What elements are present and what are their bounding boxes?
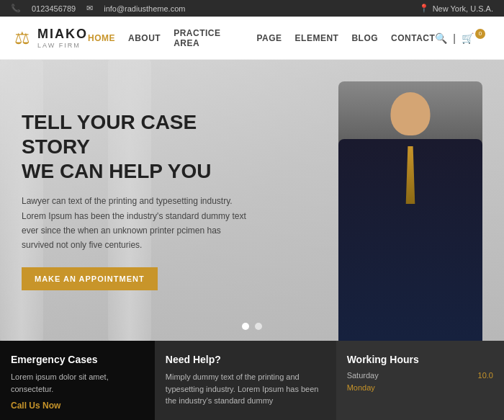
logo: ⚖ MIAKO LAW FIRM: [14, 27, 88, 49]
slider-dots: [242, 323, 262, 330]
emergency-title: Emergency Cases: [11, 354, 144, 365]
monday-label: Monday: [347, 383, 375, 392]
working-row-saturday: Saturday 10.0: [347, 371, 493, 380]
phone-link[interactable]: 0123456789: [32, 4, 76, 13]
nav-home[interactable]: HOME: [88, 33, 115, 43]
lawyer-head: [391, 92, 431, 135]
nav-page[interactable]: PAGE: [256, 33, 282, 43]
header: ⚖ MIAKO LAW FIRM HOME ABOUT PRACTICE ARE…: [0, 17, 504, 60]
nav-blog[interactable]: BLOG: [351, 33, 378, 43]
lawyer-suit: [338, 139, 482, 341]
working-hours-section: Working Hours Saturday 10.0 Monday: [336, 341, 504, 420]
lawyer-figure: [338, 81, 482, 341]
working-hours-title: Working Hours: [347, 354, 493, 365]
slider-dot-1[interactable]: [242, 323, 249, 330]
logo-sub: LAW FIRM: [37, 42, 88, 49]
nav-icons: 🔍 | 🛒 0: [435, 32, 490, 44]
main-nav: HOME ABOUT PRACTICE AREA PAGE ELEMENT BL…: [88, 28, 435, 48]
nav-element[interactable]: ELEMENT: [295, 33, 339, 43]
slider-dot-2[interactable]: [255, 323, 262, 330]
divider: |: [453, 32, 456, 44]
hero-title: TELL YOUR CASE STORY WE CAN HELP YOU: [22, 110, 252, 183]
phone-icon: 📞: [11, 4, 21, 13]
bottom-sections: Emergency Cases Lorem ipsum dolor sit am…: [0, 341, 504, 420]
hero-title-line1: TELL YOUR CASE STORY: [22, 111, 197, 158]
hero-title-line2: WE CAN HELP YOU: [22, 160, 211, 182]
logo-icon: ⚖: [14, 28, 30, 48]
call-us-label[interactable]: Call Us Now: [11, 401, 144, 411]
top-bar: 📞 0123456789 ✉ info@radiustheme.com 📍 Ne…: [0, 0, 504, 17]
email-icon: ✉: [86, 4, 93, 13]
logo-text: MIAKO LAW FIRM: [37, 27, 88, 49]
hero-content: TELL YOUR CASE STORY WE CAN HELP YOU Law…: [0, 81, 274, 318]
nav-contact[interactable]: CONTACT: [391, 33, 435, 43]
search-icon[interactable]: 🔍: [435, 32, 447, 44]
location-text: New York, U.S.A.: [433, 4, 493, 13]
cart-badge: 0: [475, 29, 485, 39]
saturday-hours: 10.0: [478, 371, 493, 380]
hero-image: [338, 81, 482, 341]
nav-about[interactable]: ABOUT: [128, 33, 161, 43]
need-help-text: Mimply dummy text of the printing and ty…: [166, 371, 325, 407]
location-icon: 📍: [419, 4, 429, 13]
hero-section: TELL YOUR CASE STORY WE CAN HELP YOU Law…: [0, 60, 504, 341]
nav-practice[interactable]: PRACTICE AREA: [174, 28, 243, 48]
lawyer-tie: [404, 146, 417, 204]
emergency-text: Lorem ipsum dolor sit amet, consectetur.: [11, 371, 144, 395]
logo-name: MIAKO: [37, 27, 88, 42]
working-row-monday: Monday: [347, 383, 493, 392]
top-bar-left: 📞 0123456789 ✉ info@radiustheme.com: [11, 4, 185, 13]
need-help-section: Need Help? Mimply dummy text of the prin…: [155, 341, 336, 420]
emergency-section: Emergency Cases Lorem ipsum dolor sit am…: [0, 341, 155, 420]
top-bar-right: 📍 New York, U.S.A.: [419, 4, 493, 13]
email-link[interactable]: info@radiustheme.com: [104, 4, 185, 13]
need-help-title: Need Help?: [166, 354, 325, 365]
appointment-button[interactable]: MAKE AN APPOINTMENT: [22, 267, 158, 290]
saturday-label: Saturday: [347, 371, 379, 380]
cart-icon[interactable]: 🛒: [462, 32, 474, 44]
hero-description: Lawyer can text of the printing and type…: [22, 194, 252, 253]
